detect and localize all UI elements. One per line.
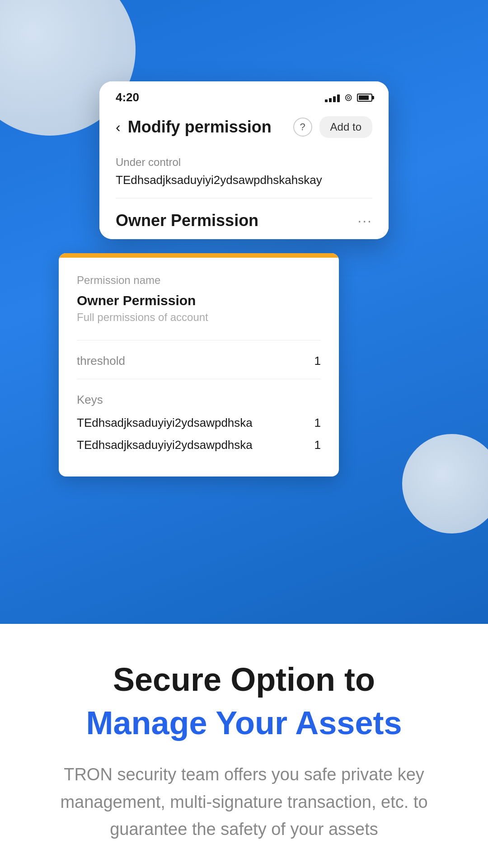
- key-address-2: TEdhsadjksaduyiyi2ydsawpdhska: [77, 438, 253, 452]
- owner-permission-title: Owner Permission: [116, 211, 258, 230]
- back-button[interactable]: ‹: [116, 119, 121, 136]
- battery-icon: [357, 94, 372, 102]
- under-control-label: Under control: [116, 156, 372, 169]
- keys-label: Keys: [77, 393, 321, 407]
- bottom-section: Secure Option to Manage Your Assets TRON…: [0, 624, 488, 868]
- permission-modal: Permission name Owner Permission Full pe…: [59, 253, 339, 476]
- bottom-heading-blue: Manage Your Assets: [36, 703, 452, 742]
- threshold-value: 1: [314, 354, 321, 368]
- add-to-button[interactable]: Add to: [319, 116, 372, 138]
- page-title: Modify permission: [128, 118, 286, 137]
- help-button[interactable]: ?: [293, 118, 312, 137]
- key-weight-1: 1: [314, 416, 321, 430]
- modal-content: Permission name Owner Permission Full pe…: [59, 258, 339, 476]
- threshold-row: threshold 1: [77, 354, 321, 368]
- under-control-address: TEdhsadjksaduyiyi2ydsawpdhskahskay: [116, 173, 372, 187]
- wifi-icon: ⊚: [344, 92, 352, 104]
- decorative-circle-bottom: [402, 434, 488, 533]
- modal-divider-2: [77, 379, 321, 379]
- status-bar: 4:20 ⊚: [99, 81, 389, 109]
- more-options-button[interactable]: ···: [357, 212, 372, 229]
- under-control-section: Under control TEdhsadjksaduyiyi2ydsawpdh…: [99, 147, 389, 198]
- modal-divider-1: [77, 340, 321, 340]
- page-header: ‹ Modify permission ? Add to: [99, 109, 389, 147]
- key-row-1: TEdhsadjksaduyiyi2ydsawpdhska 1: [77, 416, 321, 430]
- signal-icon: [325, 93, 340, 102]
- top-section: 4:20 ⊚ ‹ Modify permission ? Add to: [0, 0, 488, 624]
- key-weight-2: 1: [314, 438, 321, 452]
- key-row-2: TEdhsadjksaduyiyi2ydsawpdhska 1: [77, 438, 321, 452]
- bottom-heading: Secure Option to: [36, 660, 452, 699]
- permission-description: Full permissions of account: [77, 311, 321, 324]
- threshold-label: threshold: [77, 354, 125, 368]
- bottom-description: TRON security team offers you safe priva…: [41, 761, 447, 843]
- permission-name-label: Permission name: [77, 274, 321, 287]
- modal-top-bar: [59, 253, 339, 258]
- permission-name-value: Owner Permission: [77, 293, 321, 308]
- key-address-1: TEdhsadjksaduyiyi2ydsawpdhska: [77, 416, 253, 430]
- status-icons: ⊚: [325, 92, 372, 104]
- phone-card: 4:20 ⊚ ‹ Modify permission ? Add to: [99, 81, 389, 239]
- permission-header: Owner Permission ···: [99, 198, 389, 239]
- status-time: 4:20: [116, 90, 139, 104]
